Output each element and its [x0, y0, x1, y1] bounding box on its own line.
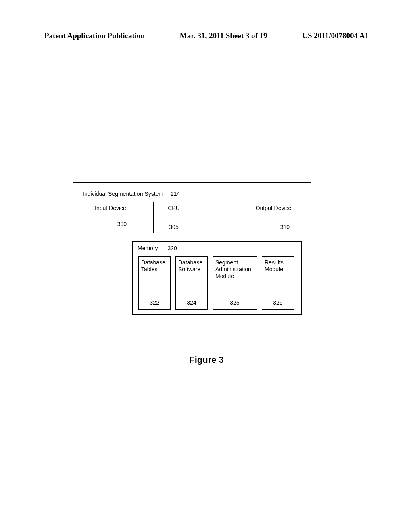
memory-module-results: Results Module 329	[262, 256, 294, 310]
memory-module-db-software: Database Software 324	[175, 256, 208, 310]
header-mid: Mar. 31, 2011 Sheet 3 of 19	[180, 31, 267, 40]
header-right: US 2011/0078004 A1	[302, 31, 369, 40]
memory-module-num: 322	[139, 299, 170, 306]
output-device-label: Output Device	[253, 205, 294, 212]
memory-module-num: 324	[176, 299, 207, 306]
memory-module-segment-admin: Segment Administration Module 325	[213, 256, 257, 310]
cpu-box: CPU 305	[153, 202, 194, 233]
figure-caption: Figure 3	[0, 355, 413, 365]
memory-title-num: 320	[167, 245, 177, 251]
system-title-row: Individual Segmentation System 214	[83, 191, 180, 197]
memory-module-label: Segment Administration Module	[215, 259, 254, 279]
system-title: Individual Segmentation System	[83, 191, 163, 197]
system-title-num: 214	[171, 191, 180, 197]
memory-module-num: 329	[262, 299, 294, 306]
memory-module-label: Database Tables	[141, 259, 168, 273]
system-box: Individual Segmentation System 214 Input…	[73, 182, 311, 322]
memory-module-num: 325	[213, 299, 257, 306]
memory-title: Memory	[138, 245, 158, 251]
header-left: Patent Application Publication	[44, 31, 145, 40]
cpu-num: 305	[154, 224, 194, 230]
memory-module-label: Database Software	[178, 259, 205, 273]
patent-page: Patent Application Publication Mar. 31, …	[0, 0, 413, 532]
memory-title-row: Memory 320	[138, 245, 177, 251]
input-device-label: Input Device	[90, 205, 131, 212]
memory-module-label: Results Module	[265, 259, 291, 273]
input-device-num: 300	[117, 221, 127, 227]
memory-module-db-tables: Database Tables 322	[138, 256, 171, 310]
output-device-num: 310	[280, 224, 290, 230]
cpu-label: CPU	[154, 205, 194, 212]
output-device-box: Output Device 310	[253, 202, 294, 233]
memory-box: Memory 320 Database Tables 322 Database …	[132, 241, 302, 315]
input-device-box: Input Device 300	[90, 202, 131, 230]
page-header: Patent Application Publication Mar. 31, …	[44, 31, 369, 40]
